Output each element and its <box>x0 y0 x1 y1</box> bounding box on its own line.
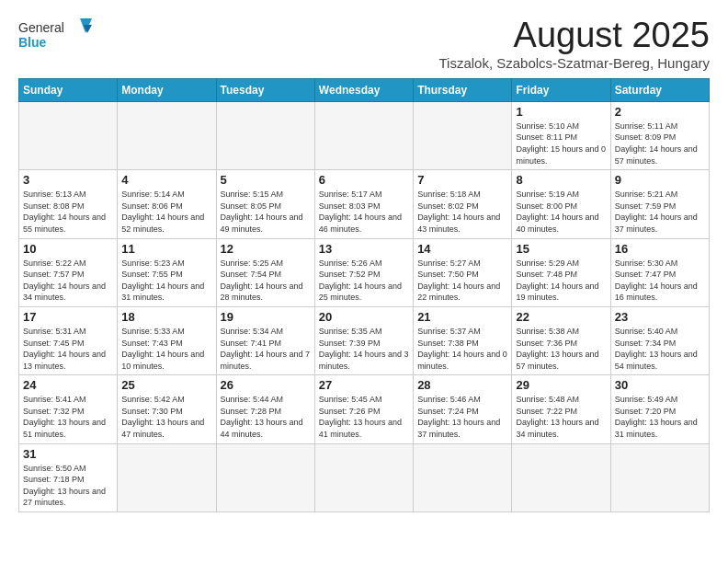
day-number: 14 <box>417 242 507 256</box>
day-info: Sunrise: 5:21 AM Sunset: 7:59 PM Dayligh… <box>615 189 705 235</box>
day-number: 3 <box>23 173 113 187</box>
calendar-subtitle: Tiszalok, Szabolcs-Szatmar-Bereg, Hungar… <box>438 55 710 71</box>
header-thursday: Thursday <box>414 78 512 101</box>
calendar-cell: 21Sunrise: 5:37 AM Sunset: 7:38 PM Dayli… <box>414 306 512 374</box>
calendar-cell: 25Sunrise: 5:42 AM Sunset: 7:30 PM Dayli… <box>118 375 216 443</box>
day-info: Sunrise: 5:15 AM Sunset: 8:05 PM Dayligh… <box>221 189 311 235</box>
day-number: 30 <box>615 378 705 392</box>
day-number: 12 <box>221 242 311 256</box>
day-info: Sunrise: 5:30 AM Sunset: 7:47 PM Dayligh… <box>615 258 705 304</box>
day-number: 6 <box>319 173 409 187</box>
calendar-cell: 13Sunrise: 5:26 AM Sunset: 7:52 PM Dayli… <box>314 238 413 306</box>
calendar-cell: 8Sunrise: 5:19 AM Sunset: 8:00 PM Daylig… <box>512 170 610 238</box>
calendar-cell <box>414 101 512 169</box>
day-info: Sunrise: 5:14 AM Sunset: 8:06 PM Dayligh… <box>121 189 211 235</box>
calendar-cell <box>216 101 314 169</box>
calendar-cell: 27Sunrise: 5:45 AM Sunset: 7:26 PM Dayli… <box>314 375 413 443</box>
calendar-cell: 19Sunrise: 5:34 AM Sunset: 7:41 PM Dayli… <box>216 306 314 374</box>
day-info: Sunrise: 5:40 AM Sunset: 7:34 PM Dayligh… <box>615 326 705 372</box>
svg-text:Blue: Blue <box>18 35 47 50</box>
day-number: 9 <box>615 173 705 187</box>
day-info: Sunrise: 5:46 AM Sunset: 7:24 PM Dayligh… <box>417 394 507 440</box>
calendar-cell: 6Sunrise: 5:17 AM Sunset: 8:03 PM Daylig… <box>314 170 413 238</box>
page: General Blue August 2025 Tiszalok, Szabo… <box>0 0 728 522</box>
weekday-header-row: Sunday Monday Tuesday Wednesday Thursday… <box>19 78 710 101</box>
calendar-cell: 17Sunrise: 5:31 AM Sunset: 7:45 PM Dayli… <box>19 306 118 374</box>
day-number: 15 <box>516 242 606 256</box>
day-number: 20 <box>319 310 409 324</box>
day-info: Sunrise: 5:44 AM Sunset: 7:28 PM Dayligh… <box>221 394 311 440</box>
day-info: Sunrise: 5:35 AM Sunset: 7:39 PM Dayligh… <box>319 326 409 372</box>
calendar-cell: 31Sunrise: 5:50 AM Sunset: 7:18 PM Dayli… <box>19 443 118 511</box>
calendar-cell: 26Sunrise: 5:44 AM Sunset: 7:28 PM Dayli… <box>216 375 314 443</box>
day-info: Sunrise: 5:45 AM Sunset: 7:26 PM Dayligh… <box>319 394 409 440</box>
calendar-cell <box>610 443 709 511</box>
header-saturday: Saturday <box>610 78 709 101</box>
calendar-cell: 14Sunrise: 5:27 AM Sunset: 7:50 PM Dayli… <box>414 238 512 306</box>
day-info: Sunrise: 5:50 AM Sunset: 7:18 PM Dayligh… <box>23 463 113 509</box>
header-monday: Monday <box>118 78 216 101</box>
title-block: August 2025 Tiszalok, Szabolcs-Szatmar-B… <box>438 17 710 71</box>
calendar-cell <box>512 443 610 511</box>
svg-text:General: General <box>18 20 64 35</box>
day-info: Sunrise: 5:18 AM Sunset: 8:02 PM Dayligh… <box>417 189 507 235</box>
calendar-cell: 1Sunrise: 5:10 AM Sunset: 8:11 PM Daylig… <box>512 101 610 169</box>
day-number: 22 <box>516 310 606 324</box>
day-number: 17 <box>23 310 113 324</box>
day-number: 24 <box>23 378 113 392</box>
calendar-cell <box>19 101 118 169</box>
calendar-cell: 4Sunrise: 5:14 AM Sunset: 8:06 PM Daylig… <box>118 170 216 238</box>
day-number: 5 <box>221 173 311 187</box>
day-info: Sunrise: 5:48 AM Sunset: 7:22 PM Dayligh… <box>516 394 606 440</box>
calendar-table: Sunday Monday Tuesday Wednesday Thursday… <box>18 78 710 512</box>
calendar-cell: 12Sunrise: 5:25 AM Sunset: 7:54 PM Dayli… <box>216 238 314 306</box>
calendar-cell: 2Sunrise: 5:11 AM Sunset: 8:09 PM Daylig… <box>610 101 709 169</box>
day-number: 31 <box>23 447 113 461</box>
day-number: 1 <box>516 105 606 119</box>
calendar-cell: 5Sunrise: 5:15 AM Sunset: 8:05 PM Daylig… <box>216 170 314 238</box>
calendar-cell: 20Sunrise: 5:35 AM Sunset: 7:39 PM Dayli… <box>314 306 413 374</box>
day-info: Sunrise: 5:37 AM Sunset: 7:38 PM Dayligh… <box>417 326 507 372</box>
day-info: Sunrise: 5:25 AM Sunset: 7:54 PM Dayligh… <box>221 258 311 304</box>
day-info: Sunrise: 5:23 AM Sunset: 7:55 PM Dayligh… <box>121 258 211 304</box>
calendar-cell: 30Sunrise: 5:49 AM Sunset: 7:20 PM Dayli… <box>610 375 709 443</box>
calendar-cell: 16Sunrise: 5:30 AM Sunset: 7:47 PM Dayli… <box>610 238 709 306</box>
calendar-cell: 10Sunrise: 5:22 AM Sunset: 7:57 PM Dayli… <box>19 238 118 306</box>
calendar-cell <box>314 443 413 511</box>
header-sunday: Sunday <box>19 78 118 101</box>
day-info: Sunrise: 5:29 AM Sunset: 7:48 PM Dayligh… <box>516 258 606 304</box>
day-info: Sunrise: 5:10 AM Sunset: 8:11 PM Dayligh… <box>516 121 606 167</box>
day-info: Sunrise: 5:27 AM Sunset: 7:50 PM Dayligh… <box>417 258 507 304</box>
day-info: Sunrise: 5:17 AM Sunset: 8:03 PM Dayligh… <box>319 189 409 235</box>
calendar-cell: 22Sunrise: 5:38 AM Sunset: 7:36 PM Dayli… <box>512 306 610 374</box>
day-number: 16 <box>615 242 705 256</box>
day-info: Sunrise: 5:41 AM Sunset: 7:32 PM Dayligh… <box>23 394 113 440</box>
day-number: 23 <box>615 310 705 324</box>
calendar-cell <box>118 443 216 511</box>
day-number: 25 <box>121 378 211 392</box>
day-number: 19 <box>221 310 311 324</box>
header-wednesday: Wednesday <box>314 78 413 101</box>
day-info: Sunrise: 5:26 AM Sunset: 7:52 PM Dayligh… <box>319 258 409 304</box>
day-info: Sunrise: 5:38 AM Sunset: 7:36 PM Dayligh… <box>516 326 606 372</box>
calendar-cell: 23Sunrise: 5:40 AM Sunset: 7:34 PM Dayli… <box>610 306 709 374</box>
day-info: Sunrise: 5:42 AM Sunset: 7:30 PM Dayligh… <box>121 394 211 440</box>
day-number: 2 <box>615 105 705 119</box>
calendar-cell <box>216 443 314 511</box>
header-tuesday: Tuesday <box>216 78 314 101</box>
day-number: 4 <box>121 173 211 187</box>
day-number: 8 <box>516 173 606 187</box>
calendar-cell: 3Sunrise: 5:13 AM Sunset: 8:08 PM Daylig… <box>19 170 118 238</box>
calendar-cell <box>118 101 216 169</box>
logo: General Blue <box>18 17 92 53</box>
day-number: 13 <box>319 242 409 256</box>
day-number: 7 <box>417 173 507 187</box>
day-number: 29 <box>516 378 606 392</box>
day-number: 27 <box>319 378 409 392</box>
logo-svg: General Blue <box>18 17 92 53</box>
day-info: Sunrise: 5:31 AM Sunset: 7:45 PM Dayligh… <box>23 326 113 372</box>
calendar-cell: 18Sunrise: 5:33 AM Sunset: 7:43 PM Dayli… <box>118 306 216 374</box>
day-number: 21 <box>417 310 507 324</box>
day-info: Sunrise: 5:11 AM Sunset: 8:09 PM Dayligh… <box>615 121 705 167</box>
day-number: 11 <box>121 242 211 256</box>
